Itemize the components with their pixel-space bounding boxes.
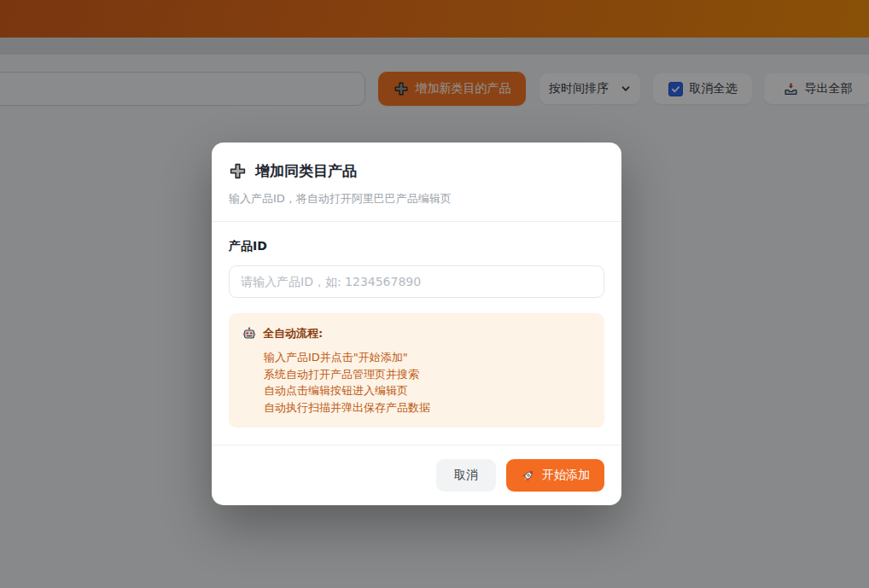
auto-flow-title: 全自动流程:	[263, 326, 323, 341]
robot-icon	[242, 327, 256, 341]
auto-flow-info-box: 全自动流程: 输入产品ID并点击"开始添加" 系统自动打开产品管理页并搜索 自动…	[229, 313, 604, 428]
dialog-body: 产品ID 全自动流程:	[212, 222, 621, 445]
product-id-input[interactable]	[229, 265, 604, 298]
add-same-category-product-dialog: 增加同类目产品 输入产品ID，将自动打开阿里巴巴产品编辑页 产品ID	[212, 143, 621, 505]
product-id-label: 产品ID	[229, 239, 604, 254]
start-add-button[interactable]: 开始添加	[506, 459, 604, 492]
rocket-icon	[521, 469, 535, 483]
dialog-title: 增加同类目产品	[255, 161, 357, 181]
start-add-label: 开始添加	[542, 468, 590, 483]
auto-flow-step: 自动执行扫描并弹出保存产品数据	[264, 399, 591, 416]
auto-flow-step: 系统自动打开产品管理页并搜索	[264, 366, 591, 383]
auto-flow-steps: 输入产品ID并点击"开始添加" 系统自动打开产品管理页并搜索 自动点击编辑按钮进…	[242, 349, 591, 416]
cancel-button[interactable]: 取消	[436, 459, 496, 492]
auto-flow-step: 输入产品ID并点击"开始添加"	[264, 349, 591, 366]
dialog-subtitle: 输入产品ID，将自动打开阿里巴巴产品编辑页	[229, 191, 604, 207]
dialog-footer: 取消 开始添加	[212, 445, 621, 505]
plus-icon	[229, 162, 247, 180]
dialog-header: 增加同类目产品 输入产品ID，将自动打开阿里巴巴产品编辑页	[212, 143, 621, 222]
auto-flow-step: 自动点击编辑按钮进入编辑页	[264, 382, 591, 399]
